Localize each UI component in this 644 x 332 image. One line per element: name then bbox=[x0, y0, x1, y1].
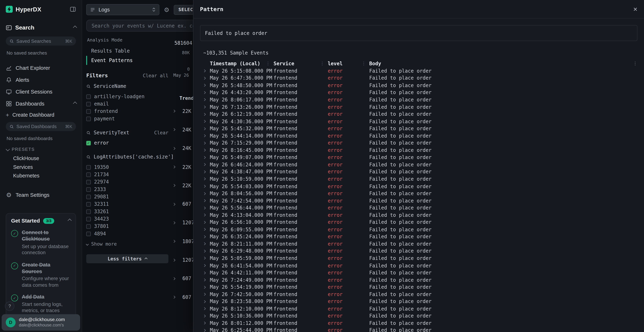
row-expand-icon[interactable] bbox=[203, 329, 206, 332]
filter-option[interactable]: 34423 bbox=[86, 215, 168, 222]
table-row[interactable]: May 26 8:12:10.000 PM frontend error Fai… bbox=[194, 305, 644, 312]
pattern-row[interactable]: 607 bbox=[168, 288, 197, 306]
analysis-mode-option[interactable]: Results Table bbox=[86, 46, 168, 56]
row-expand-icon[interactable] bbox=[203, 257, 206, 260]
row-expand-icon[interactable] bbox=[203, 228, 206, 231]
pattern-row[interactable]: 24K bbox=[168, 139, 197, 158]
row-expand-icon[interactable] bbox=[203, 178, 206, 180]
table-row[interactable]: May 26 7:13:26.000 PM frontend error Fai… bbox=[194, 104, 644, 110]
preset-dashboard-item[interactable]: ClickHouse bbox=[6, 154, 76, 162]
sidebar-item-client-sessions[interactable]: Client Sessions bbox=[6, 86, 76, 98]
table-row[interactable]: May 26 6:25:44.000 PM frontend error Fai… bbox=[194, 327, 644, 332]
table-row[interactable]: May 26 4:30:36.000 PM frontend error Fai… bbox=[194, 118, 644, 125]
filter-option[interactable]: 32311 bbox=[86, 200, 168, 208]
table-row[interactable]: May 26 6:46:24.000 PM frontend error Fai… bbox=[194, 161, 644, 168]
row-expand-icon[interactable] bbox=[203, 106, 206, 108]
table-row[interactable]: May 26 5:15:08.000 PM frontend error Fai… bbox=[194, 68, 644, 74]
row-expand-icon[interactable] bbox=[172, 240, 175, 243]
row-expand-icon[interactable] bbox=[203, 113, 206, 116]
filter-checkbox[interactable] bbox=[86, 209, 91, 214]
create-dashboard-button[interactable]: + Create Dashboard bbox=[6, 110, 76, 120]
row-expand-icon[interactable] bbox=[203, 98, 206, 101]
row-expand-icon[interactable] bbox=[203, 278, 206, 282]
filter-checkbox[interactable] bbox=[86, 94, 91, 99]
filter-checkbox[interactable] bbox=[86, 202, 91, 206]
filter-checkbox[interactable] bbox=[86, 140, 91, 145]
filter-checkbox[interactable] bbox=[86, 109, 91, 114]
table-row[interactable]: May 26 5:45:32.000 PM frontend error Fai… bbox=[194, 125, 644, 132]
pattern-row[interactable]: 22K bbox=[168, 176, 197, 195]
table-row[interactable]: May 26 8:04:56.000 PM frontend error Fai… bbox=[194, 190, 644, 197]
row-expand-icon[interactable] bbox=[203, 142, 206, 144]
table-row[interactable]: May 26 6:47:36.000 PM frontend error Fai… bbox=[194, 74, 644, 82]
row-expand-icon[interactable] bbox=[203, 70, 206, 72]
table-row[interactable]: May 26 5:44:14.000 PM frontend error Fai… bbox=[194, 132, 644, 139]
table-row[interactable]: May 26 5:49:07.000 PM frontend error Fai… bbox=[194, 154, 644, 161]
table-options-icon[interactable]: ⋮ bbox=[633, 61, 641, 66]
get-started-item[interactable]: Add Data Start sending logs, metrics, or… bbox=[11, 294, 71, 314]
preset-dashboard-item[interactable]: Services bbox=[6, 162, 76, 171]
table-row[interactable]: May 26 8:23:58.000 PM frontend error Fai… bbox=[194, 298, 644, 305]
table-row[interactable]: May 26 5:10:59.000 PM frontend error Fai… bbox=[194, 176, 644, 183]
close-icon[interactable]: × bbox=[633, 6, 638, 12]
filter-group-header[interactable]: SeverityText Clear bbox=[86, 130, 168, 136]
row-expand-icon[interactable] bbox=[203, 163, 206, 166]
row-expand-icon[interactable] bbox=[203, 250, 206, 252]
table-row[interactable]: May 26 5:54:03.000 PM frontend error Fai… bbox=[194, 183, 644, 190]
filter-option[interactable]: 33261 bbox=[86, 208, 168, 215]
table-row[interactable]: May 26 7:24:49.000 PM frontend error Fai… bbox=[194, 276, 644, 284]
row-expand-icon[interactable] bbox=[203, 134, 206, 137]
get-started-item[interactable]: Create Data Sources Configure where your… bbox=[11, 262, 71, 288]
filter-checkbox[interactable] bbox=[86, 194, 91, 199]
filter-option[interactable]: 21734 bbox=[86, 171, 168, 178]
row-expand-icon[interactable] bbox=[172, 221, 175, 224]
table-row[interactable]: May 26 5:10:36.000 PM frontend error Fai… bbox=[194, 312, 644, 320]
table-row[interactable]: May 26 8:06:17.000 PM frontend error Fai… bbox=[194, 96, 644, 104]
row-expand-icon[interactable] bbox=[203, 286, 206, 288]
table-row[interactable]: May 26 6:12:19.000 PM frontend error Fai… bbox=[194, 110, 644, 118]
get-started-item[interactable]: Connect to ClickHouse Set up your databa… bbox=[11, 229, 71, 256]
row-expand-icon[interactable] bbox=[203, 235, 206, 238]
filter-option[interactable]: error bbox=[86, 139, 168, 146]
row-expand-icon[interactable] bbox=[203, 120, 206, 123]
row-expand-icon[interactable] bbox=[203, 322, 206, 325]
column-resize-handle[interactable]: ⋮ bbox=[320, 61, 324, 66]
clear-group-link[interactable]: Clear bbox=[154, 130, 168, 136]
pattern-row[interactable]: 1207 bbox=[168, 250, 197, 269]
filter-checkbox[interactable] bbox=[86, 216, 91, 221]
column-header-timestamp[interactable]: Timestamp (Local) bbox=[210, 61, 260, 66]
column-header-body[interactable]: Body bbox=[369, 61, 381, 66]
column-header-service[interactable]: Service bbox=[274, 61, 294, 66]
sidebar-item-alerts[interactable]: Alerts bbox=[6, 74, 76, 86]
table-row[interactable]: May 26 6:56:10.000 PM frontend error Fai… bbox=[194, 219, 644, 226]
row-expand-icon[interactable] bbox=[203, 170, 206, 173]
table-row[interactable]: May 26 8:16:45.000 PM frontend error Fai… bbox=[194, 147, 644, 154]
analysis-mode-option[interactable]: Event Patterns bbox=[86, 56, 168, 65]
filter-checkbox[interactable] bbox=[86, 116, 91, 121]
table-row[interactable]: May 26 4:42:11.000 PM frontend error Fai… bbox=[194, 269, 644, 276]
source-settings-gear-icon[interactable]: ⚙ bbox=[164, 6, 170, 13]
filter-option[interactable]: 4894 bbox=[86, 230, 168, 237]
row-expand-icon[interactable] bbox=[203, 221, 206, 224]
filter-group-header[interactable]: LogAttributes['cache.size'] bbox=[86, 154, 168, 160]
filter-option[interactable]: artillery-loadgen bbox=[86, 93, 168, 100]
row-expand-icon[interactable] bbox=[203, 214, 206, 216]
row-expand-icon[interactable] bbox=[203, 206, 206, 209]
filter-checkbox[interactable] bbox=[86, 172, 91, 177]
row-expand-icon[interactable] bbox=[203, 300, 206, 303]
row-expand-icon[interactable] bbox=[172, 296, 175, 298]
table-row[interactable]: May 26 5:56:44.000 PM frontend error Fai… bbox=[194, 204, 644, 212]
row-expand-icon[interactable] bbox=[203, 91, 206, 94]
row-expand-icon[interactable] bbox=[203, 271, 206, 274]
table-row[interactable]: May 26 4:43:20.000 PM frontend error Fai… bbox=[194, 89, 644, 96]
filter-option[interactable]: frontend bbox=[86, 108, 168, 115]
source-select[interactable]: Logs bbox=[86, 4, 160, 15]
sidebar-item-chart-explorer[interactable]: Chart Explorer bbox=[6, 62, 76, 74]
row-expand-icon[interactable] bbox=[203, 314, 206, 317]
table-row[interactable]: May 26 5:48:50.000 PM frontend error Fai… bbox=[194, 82, 644, 89]
row-expand-icon[interactable] bbox=[203, 156, 206, 159]
row-expand-icon[interactable] bbox=[172, 128, 175, 131]
search-section-header[interactable]: Search bbox=[6, 24, 76, 31]
row-expand-icon[interactable] bbox=[203, 199, 206, 202]
less-filters-button[interactable]: Less filters bbox=[86, 254, 168, 263]
